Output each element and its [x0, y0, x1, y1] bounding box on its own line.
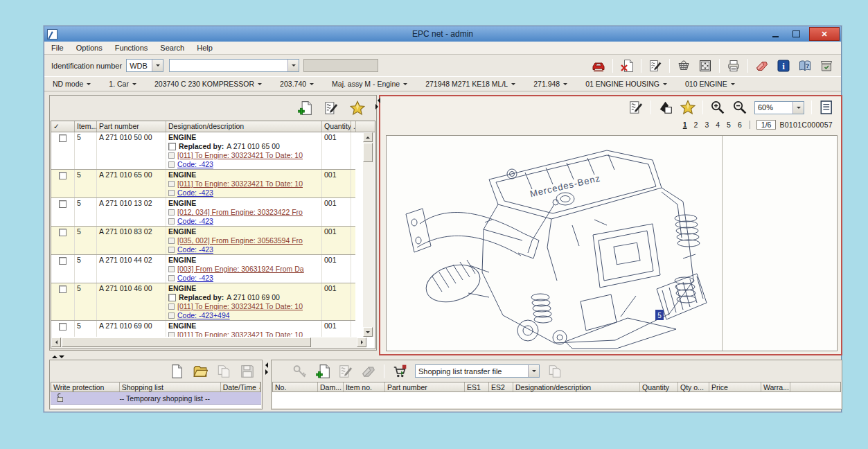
footnote-doc-icon[interactable]: [168, 266, 175, 272]
footnote-doc-icon[interactable]: [168, 152, 175, 159]
transfer-column-header[interactable]: Part number: [385, 382, 465, 391]
replaced-by-checkbox[interactable]: [168, 143, 176, 150]
code-link[interactable]: Code: -423: [177, 217, 213, 225]
scroll-thumb[interactable]: [363, 143, 373, 162]
validity-link[interactable]: [011] To Engine: 30323421 To Date: 10: [177, 179, 303, 188]
validity-link[interactable]: [003] From Engine: 30631924 From Da: [177, 265, 304, 273]
delete-document-icon[interactable]: [619, 58, 635, 73]
transfer-column-header[interactable]: Designation/description: [513, 382, 640, 391]
info-icon[interactable]: [776, 58, 791, 73]
menu-functions[interactable]: Functions: [115, 44, 148, 52]
chevron-down-icon[interactable]: [792, 102, 804, 114]
maximize-button[interactable]: [786, 26, 806, 42]
validity-link[interactable]: [012, 034] From Engine: 30323422 Fro: [177, 208, 303, 216]
help-book-icon[interactable]: [797, 58, 813, 73]
footnote-doc-icon[interactable]: [168, 218, 175, 224]
footnote-doc-icon[interactable]: [168, 312, 175, 319]
page-number-2[interactable]: 2: [693, 121, 700, 129]
open-list-icon[interactable]: [193, 364, 208, 379]
parts-column-header[interactable]: Part number: [97, 121, 166, 132]
page-number-5[interactable]: 5: [725, 121, 732, 129]
overview-grid-icon[interactable]: [698, 58, 713, 73]
horizontal-scrollbar[interactable]: [51, 337, 366, 349]
page-number-3[interactable]: 3: [703, 121, 710, 129]
parts-column-header[interactable]: ✓: [51, 121, 75, 132]
chevron-down-icon[interactable]: [287, 60, 299, 71]
footnote-doc-icon[interactable]: [168, 332, 175, 337]
row-checkbox[interactable]: [59, 229, 67, 236]
validity-link[interactable]: [011] To Engine: 30323421 To Date: 10: [177, 302, 303, 310]
row-checkbox[interactable]: [59, 134, 67, 142]
transfer-column-header[interactable]: ES1: [465, 382, 489, 391]
transfer-column-header[interactable]: Quantity: [640, 382, 678, 391]
notes-icon[interactable]: [628, 100, 644, 115]
vertical-scrollbar[interactable]: [363, 132, 374, 337]
nav-dropdown-0[interactable]: ND mode: [53, 80, 91, 88]
parts-row[interactable]: 5A 271 010 83 02ENGINE[035, 002] From En…: [51, 227, 355, 255]
nav-dropdown-3[interactable]: 203.740: [280, 80, 314, 88]
validity-link[interactable]: [011] To Engine: 30323421 To Date: 10: [177, 151, 303, 159]
minimize-button[interactable]: [765, 26, 786, 42]
row-checkbox[interactable]: [59, 323, 67, 331]
vehicle-icon[interactable]: [591, 58, 606, 73]
zoom-in-icon[interactable]: [710, 100, 725, 115]
row-checkbox[interactable]: [59, 285, 67, 293]
parts-row[interactable]: 5A 271 010 46 00ENGINEReplaced by:A 271 …: [51, 283, 355, 321]
nav-dropdown-7[interactable]: 01 ENGINE HOUSING: [585, 80, 667, 88]
transfer-column-header[interactable]: Qty o...: [678, 382, 709, 391]
shopping-column-header[interactable]: Shopping list: [120, 382, 221, 391]
page-list-icon[interactable]: [819, 100, 834, 115]
footnote-doc-icon[interactable]: [168, 209, 175, 215]
eraser-icon[interactable]: [754, 58, 770, 73]
transfer-column-header[interactable]: Price: [709, 382, 761, 391]
transfer-column-header[interactable]: ES2: [489, 382, 513, 391]
footnote-doc-icon[interactable]: [168, 161, 175, 168]
scroll-up-button[interactable]: [363, 132, 373, 142]
page-number-4[interactable]: 4: [714, 121, 721, 129]
footnote-doc-icon[interactable]: [168, 190, 175, 196]
menu-file[interactable]: File: [51, 44, 64, 52]
parts-column-header[interactable]: Quantity: [322, 121, 351, 132]
code-link[interactable]: Code: -423: [177, 245, 213, 254]
shape-toggle-icon[interactable]: [658, 100, 673, 115]
page-number-6[interactable]: 6: [736, 121, 743, 129]
nav-dropdown-1[interactable]: 1. Car: [109, 80, 136, 88]
footnote-doc-icon[interactable]: [168, 275, 175, 281]
close-button[interactable]: [809, 27, 840, 41]
parts-column-header[interactable]: ...: [351, 121, 356, 132]
validity-link[interactable]: [035, 002] From Engine: 30563594 Fro: [177, 236, 303, 245]
validity-link[interactable]: [011] To Engine: 30323421 To Date: 10: [177, 331, 303, 337]
scroll-right-button[interactable]: [357, 337, 366, 347]
zoom-out-icon[interactable]: [732, 100, 747, 115]
shopping-list-row[interactable]: -- Temporary shopping list --: [51, 392, 261, 405]
horizontal-splitter[interactable]: [49, 354, 842, 360]
nav-dropdown-4[interactable]: Maj. assy M - Engine: [332, 80, 407, 88]
vin-combo[interactable]: [169, 59, 299, 72]
scroll-left-button[interactable]: [51, 337, 61, 347]
code-link[interactable]: Code: -423: [177, 188, 213, 197]
nav-dropdown-5[interactable]: 271948 M271 KE18 ML/L: [425, 80, 515, 88]
transfer-column-header[interactable]: Dam...: [318, 382, 344, 391]
star-icon[interactable]: [350, 100, 365, 116]
notes-icon[interactable]: [648, 58, 663, 73]
code-link[interactable]: Code: -423+494: [177, 311, 230, 319]
star-icon[interactable]: [680, 100, 696, 115]
page-number-1[interactable]: 1: [682, 121, 689, 129]
chevron-down-icon[interactable]: [528, 365, 539, 377]
scroll-down-button[interactable]: [363, 327, 373, 337]
parts-row[interactable]: 5A 271 010 69 00ENGINE[011] To Engine: 3…: [51, 321, 355, 337]
chevron-down-icon[interactable]: [152, 60, 163, 71]
row-checkbox[interactable]: [59, 200, 67, 208]
transfer-column-header[interactable]: No.: [273, 382, 318, 391]
parts-row[interactable]: 5A 271 010 44 02ENGINE[003] From Engine:…: [51, 255, 355, 283]
parts-column-header[interactable]: Item...: [75, 121, 97, 132]
nav-dropdown-6[interactable]: 271.948: [533, 80, 567, 88]
transfer-cart-icon[interactable]: [392, 364, 407, 379]
archive-icon[interactable]: [819, 58, 834, 73]
replaced-by-checkbox[interactable]: [168, 294, 176, 301]
footnote-doc-icon[interactable]: [168, 303, 175, 310]
engine-drawing[interactable]: Mercedes-Benz 5: [386, 135, 838, 351]
menu-help[interactable]: Help: [197, 44, 213, 52]
transfer-column-header[interactable]: Item no.: [344, 382, 385, 391]
footnote-doc-icon[interactable]: [168, 238, 175, 244]
